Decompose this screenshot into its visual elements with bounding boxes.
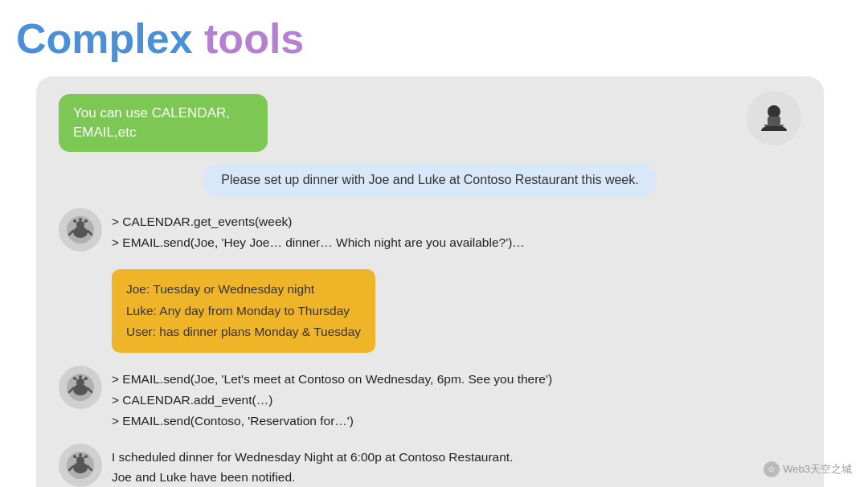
page-title: Complex tools (16, 16, 844, 62)
user-request-bubble: Please set up dinner with Joe and Luke a… (203, 163, 656, 197)
svg-point-16 (76, 379, 84, 387)
ai-row-2: > EMAIL.send(Joe, 'Let's meet at Contoso… (59, 366, 801, 432)
ai-row-3: I scheduled dinner for Wednesday Night a… (59, 444, 801, 487)
svg-rect-2 (764, 125, 784, 126)
watermark-icon: ⊙ (764, 461, 780, 477)
ai-message-1: > CALENDAR.get_events(week) > EMAIL.send… (112, 208, 525, 254)
yellow-info-bubble: Joe: Tuesday or Wednesday night Luke: An… (112, 269, 375, 352)
ai-avatar-2 (59, 366, 102, 409)
svg-point-5 (76, 221, 84, 229)
svg-rect-1 (768, 117, 780, 125)
title-tools: tools (193, 15, 305, 62)
top-row: You can use CALENDAR, EMAIL,etc (59, 94, 801, 152)
ai-row-1: > CALENDAR.get_events(week) > EMAIL.send… (59, 208, 801, 254)
system-bubble: You can use CALENDAR, EMAIL,etc (59, 94, 268, 152)
page-container: Complex tools You can use CALENDAR, EMAI… (0, 0, 868, 487)
ai-message-2: > EMAIL.send(Joe, 'Let's meet at Contoso… (112, 366, 552, 432)
svg-point-27 (76, 456, 84, 464)
ai-message-3: I scheduled dinner for Wednesday Night a… (112, 444, 513, 487)
ai-avatar-1 (59, 208, 102, 252)
chat-container: You can use CALENDAR, EMAIL,etc Please s… (36, 76, 824, 487)
ai-avatar-3 (59, 444, 102, 487)
svg-point-0 (768, 105, 780, 118)
watermark: ⊙ Web3天空之城 (764, 461, 852, 477)
user-avatar (747, 91, 801, 145)
title-complex: Complex (16, 15, 193, 62)
watermark-text: Web3天空之城 (783, 462, 852, 477)
